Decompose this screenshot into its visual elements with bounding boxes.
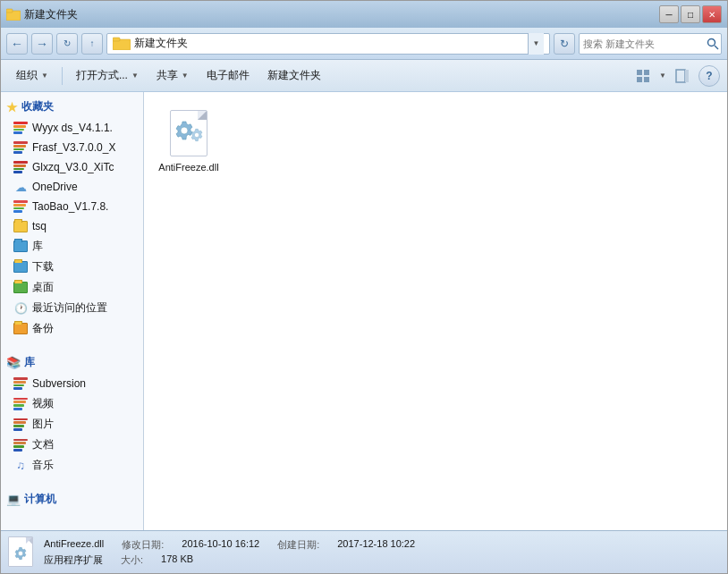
sidebar-gap-1 <box>1 339 143 348</box>
refresh-button[interactable]: ↻ <box>56 33 78 55</box>
view-icon-button[interactable] <box>631 65 656 87</box>
sidebar-item-docs[interactable]: 文档 <box>1 435 143 455</box>
sidebar-item-recent[interactable]: 🕐 最近访问的位置 <box>1 298 143 318</box>
status-bar: AntiFreeze.dll 修改日期: 2016-10-10 16:12 创建… <box>1 530 727 573</box>
new-folder-button[interactable]: 新建文件夹 <box>259 63 329 89</box>
sidebar-item-taobao[interactable]: TaoBao_V1.7.8. <box>1 197 143 216</box>
status-file-icon <box>8 536 37 569</box>
sidebar-item-music-label: 音乐 <box>32 458 54 473</box>
content-area: ★ 收藏夹 Wyyx ds_V4.1.1. <box>1 92 727 530</box>
glx-icon <box>13 160 28 174</box>
sidebar-item-music[interactable]: ♫ 音乐 <box>1 455 143 476</box>
up-button[interactable]: ↑ <box>81 33 103 55</box>
svg-rect-3 <box>113 38 120 41</box>
library-section-header[interactable]: 📚 库 <box>1 348 143 374</box>
sidebar-item-ku-label: 库 <box>32 239 43 254</box>
sidebar-item-subversion[interactable]: Subversion <box>1 374 143 393</box>
file-item-antifreeze[interactable]: AntiFreeze.dll <box>153 101 224 180</box>
address-dropdown[interactable]: ▼ <box>528 33 544 55</box>
minimize-button[interactable]: ─ <box>659 5 679 23</box>
address-bar: ← → ↻ ↑ 新建文件夹 ▼ ↻ <box>1 28 727 60</box>
window-title: 新建文件夹 <box>24 7 78 22</box>
open-label: 打开方式... <box>76 68 128 83</box>
computer-icon: 💻 <box>6 493 21 506</box>
library-icon: 📚 <box>6 356 21 369</box>
gear-small-icon <box>190 128 204 142</box>
svg-rect-8 <box>637 77 642 82</box>
share-label: 共享 <box>157 68 178 83</box>
sidebar-item-recent-label: 最近访问的位置 <box>32 300 107 316</box>
ku-folder-icon <box>13 240 28 254</box>
help-button[interactable]: ? <box>698 65 720 87</box>
computer-section-header[interactable]: 💻 计算机 <box>1 485 143 511</box>
organize-button[interactable]: 组织 ▼ <box>8 63 56 89</box>
search-icon[interactable] <box>707 36 719 52</box>
status-type: 应用程序扩展 <box>44 553 103 567</box>
toolbar-separator-1 <box>62 67 63 85</box>
favorites-section-header[interactable]: ★ 收藏夹 <box>1 92 143 118</box>
svg-point-4 <box>708 38 715 46</box>
window: 新建文件夹 ─ □ ✕ ← → ↻ ↑ 新建文件夹 ▼ ↻ <box>0 0 728 574</box>
sidebar-item-video[interactable]: 视频 <box>1 393 143 414</box>
forward-button[interactable]: → <box>31 33 53 55</box>
svg-rect-1 <box>6 9 13 13</box>
computer-label: 计算机 <box>24 492 56 507</box>
file-item-antifreeze-label: AntiFreeze.dll <box>158 162 218 173</box>
back-button[interactable]: ← <box>6 33 28 55</box>
search-box[interactable] <box>579 33 722 55</box>
sidebar-item-glx[interactable]: Glxzq_V3.0_XiTc <box>1 157 143 177</box>
frasf-icon <box>13 140 28 155</box>
address-path-text: 新建文件夹 <box>134 36 188 51</box>
sidebar: ★ 收藏夹 Wyyx ds_V4.1.1. <box>1 92 144 530</box>
sidebar-item-backup[interactable]: 备份 <box>1 318 143 339</box>
help-label: ? <box>706 70 712 82</box>
sidebar-item-download[interactable]: 下载 <box>1 257 143 277</box>
taobao-icon <box>13 199 28 214</box>
subversion-icon <box>13 376 28 391</box>
open-button[interactable]: 打开方式... ▼ <box>68 63 147 89</box>
toolbar-right: ▼ ? <box>631 65 720 87</box>
status-size-label: 大小: <box>121 553 143 567</box>
sidebar-item-onedrive-label: OneDrive <box>32 181 78 193</box>
maximize-button[interactable]: □ <box>681 5 700 23</box>
address-path-box[interactable]: 新建文件夹 ▼ <box>106 33 550 55</box>
status-modify-label: 修改日期: <box>122 538 164 552</box>
sidebar-item-wyy[interactable]: Wyyx ds_V4.1.1. <box>1 118 143 138</box>
sidebar-gap-2 <box>1 476 143 485</box>
share-button[interactable]: 共享 ▼ <box>148 63 197 89</box>
sidebar-item-photo[interactable]: 图片 <box>1 414 143 435</box>
open-arrow-icon: ▼ <box>131 72 139 80</box>
svg-line-5 <box>715 46 718 49</box>
sidebar-item-tsq-label: tsq <box>32 220 47 232</box>
svg-rect-10 <box>676 70 685 82</box>
address-refresh-button[interactable]: ↻ <box>554 33 575 55</box>
onedrive-icon: ☁ <box>13 180 28 194</box>
sidebar-item-frasf[interactable]: Frasf_V3.7.0.0_X <box>1 138 143 157</box>
music-icon: ♫ <box>13 459 28 473</box>
sidebar-item-desktop[interactable]: 桌面 <box>1 277 143 298</box>
share-arrow-icon: ▼ <box>182 72 189 80</box>
search-svg-icon <box>707 38 719 50</box>
sidebar-item-frasf-label: Frasf_V3.7.0.0_X <box>32 141 115 154</box>
sidebar-item-video-label: 视频 <box>32 396 54 411</box>
title-bar: 新建文件夹 ─ □ ✕ <box>1 1 727 28</box>
preview-button[interactable] <box>670 65 695 87</box>
status-row-2: 应用程序扩展 大小: 178 KB <box>44 553 720 567</box>
organize-arrow-icon: ▼ <box>41 72 48 80</box>
search-input[interactable] <box>583 38 707 49</box>
sidebar-item-ku[interactable]: 库 <box>1 236 143 257</box>
sidebar-item-onedrive[interactable]: ☁ OneDrive <box>1 177 143 197</box>
status-modify-date: 2016-10-10 16:12 <box>182 538 259 552</box>
sidebar-item-tsq[interactable]: tsq <box>1 216 143 236</box>
status-gear-icon <box>13 546 28 561</box>
close-button[interactable]: ✕ <box>702 5 722 23</box>
download-folder-icon <box>13 260 28 274</box>
organize-label: 组织 <box>16 68 38 83</box>
sidebar-item-photo-label: 图片 <box>32 417 54 432</box>
tsq-folder-icon <box>13 219 28 233</box>
email-button[interactable]: 电子邮件 <box>199 63 258 89</box>
sidebar-item-taobao-label: TaoBao_V1.7.8. <box>32 200 108 213</box>
sidebar-item-docs-label: 文档 <box>32 437 54 452</box>
status-filename: AntiFreeze.dll <box>44 538 104 552</box>
backup-folder-icon <box>13 322 28 336</box>
